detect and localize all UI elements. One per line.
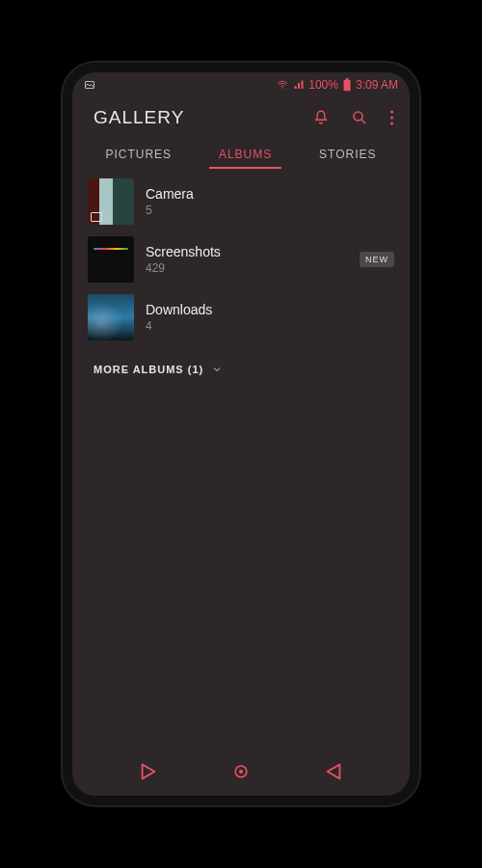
notifications-icon[interactable] [312, 109, 330, 126]
tab-pictures[interactable]: PICTURES [99, 140, 177, 171]
phone-frame: 100% 3:09 AM GALLERY PICTURES ALBUMS STO… [63, 63, 419, 805]
tab-stories[interactable]: STORIES [313, 140, 382, 171]
album-name: Downloads [146, 302, 394, 317]
more-albums-label: MORE ALBUMS (1) [94, 364, 203, 375]
tab-bar: PICTURES ALBUMS STORIES [72, 134, 410, 171]
svg-point-6 [390, 117, 393, 120]
album-list: Camera 5 Screenshots 429 NEW Downloads 4… [72, 171, 410, 393]
battery-icon [342, 78, 352, 92]
back-button[interactable] [323, 761, 344, 782]
tab-albums[interactable]: ALBUMS [213, 140, 278, 171]
svg-point-9 [239, 770, 243, 773]
svg-rect-2 [343, 80, 350, 91]
album-thumbnail [88, 236, 134, 283]
album-name: Screenshots [146, 244, 348, 259]
app-header: GALLERY [72, 97, 410, 134]
svg-point-5 [390, 111, 393, 114]
album-thumbnail [88, 294, 134, 340]
album-count: 4 [146, 319, 394, 333]
svg-point-4 [354, 112, 362, 121]
search-icon[interactable] [351, 109, 368, 126]
chevron-down-icon [211, 364, 223, 375]
signal-icon [293, 79, 305, 91]
album-name: Camera [146, 186, 394, 202]
system-nav-bar [72, 749, 410, 796]
status-bar: 100% 3:09 AM [72, 72, 410, 97]
more-menu-icon[interactable] [389, 109, 394, 126]
album-count: 429 [146, 261, 348, 275]
new-badge: NEW [360, 252, 394, 267]
list-item[interactable]: Downloads 4 [88, 288, 394, 346]
clock: 3:09 AM [356, 78, 398, 92]
gallery-indicator-icon [84, 79, 95, 91]
svg-point-1 [282, 87, 284, 89]
recent-apps-button[interactable] [138, 761, 159, 782]
svg-rect-3 [346, 78, 349, 80]
home-button[interactable] [231, 762, 251, 781]
battery-percent: 100% [308, 78, 338, 92]
list-item[interactable]: Screenshots 429 NEW [88, 231, 394, 288]
album-count: 5 [146, 203, 394, 217]
more-albums-button[interactable]: MORE ALBUMS (1) [88, 346, 394, 393]
list-item[interactable]: Camera 5 [88, 173, 394, 231]
page-title: GALLERY [94, 107, 312, 128]
wifi-icon [276, 79, 289, 91]
svg-point-7 [390, 122, 393, 125]
album-thumbnail [88, 178, 134, 225]
